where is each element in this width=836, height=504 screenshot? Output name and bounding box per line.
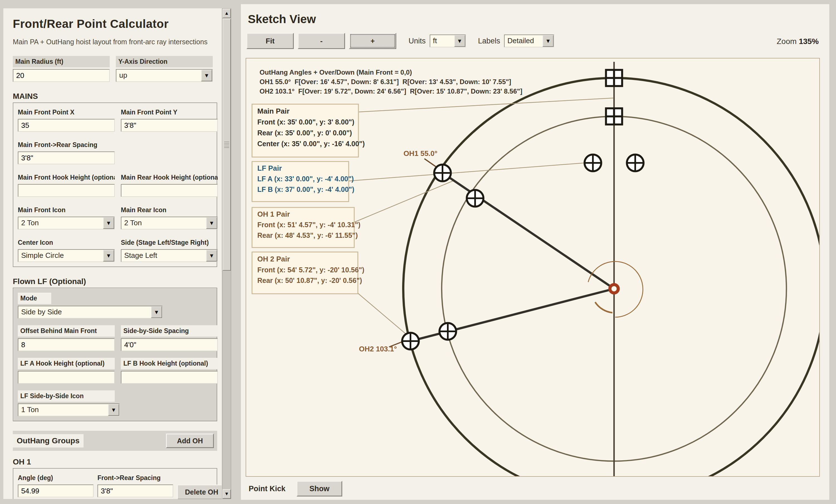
- main-rear-hook-input[interactable]: [121, 184, 218, 197]
- outhang-groups-heading: OutHang Groups: [13, 434, 83, 447]
- side-label: Side (Stage Left/Stage Right): [121, 238, 218, 248]
- oh-angle-arc-small: [595, 302, 612, 313]
- sketch-canvas[interactable]: OutHang Angles + Over/Down (Main Front =…: [246, 58, 820, 477]
- main-front-x-input[interactable]: [18, 119, 115, 132]
- lf-offset-input[interactable]: [18, 338, 115, 351]
- main-rear-icon-value: 2 Ton: [121, 217, 206, 229]
- units-select[interactable]: ft ▼: [430, 35, 466, 47]
- main-front-x-label: Main Front Point X: [18, 108, 115, 117]
- y-axis-direction-select[interactable]: up ▼: [116, 69, 213, 82]
- oh2-pair-box: OH 2 Pair Front (x: 54' 5.72", y: -20' 1…: [252, 252, 364, 294]
- oh1-rear-marker[interactable]: [467, 190, 483, 207]
- oh1-front-marker[interactable]: [434, 164, 451, 181]
- chevron-down-icon[interactable]: ▼: [103, 250, 114, 261]
- lf-sbs-spacing-label: Side-by-Side Spacing: [121, 325, 218, 337]
- chevron-down-icon[interactable]: ▼: [454, 35, 466, 47]
- lf-sbs-spacing-input[interactable]: [121, 338, 218, 351]
- mains-heading: MAINS: [13, 92, 217, 101]
- zoom-indicator-label: Zoom: [777, 37, 797, 46]
- oh2-front-marker[interactable]: [402, 333, 419, 349]
- main-front-hook-label: Main Front Hook Height (optional): [18, 173, 115, 182]
- lf-offset-label: Offset Behind Main Front: [18, 325, 115, 337]
- scroll-down-icon[interactable]: ▼: [223, 489, 231, 499]
- point-kick-show-button[interactable]: Show: [297, 481, 342, 497]
- lf-a-marker[interactable]: [585, 155, 601, 171]
- zoom-in-button[interactable]: +: [349, 33, 396, 49]
- annotation-line3: OH2 103.1° F[Over: 19' 5.72", Down: 24' …: [260, 88, 522, 95]
- left-panel-scrollbar[interactable]: ▲ ▼: [222, 8, 231, 499]
- labels-value: Detailed: [505, 35, 543, 47]
- chevron-down-icon[interactable]: ▼: [108, 404, 119, 416]
- scrollbar-thumb[interactable]: [223, 19, 231, 271]
- scroll-up-icon[interactable]: ▲: [223, 8, 231, 18]
- chevron-down-icon[interactable]: ▼: [206, 217, 217, 229]
- oh1-pair-front: Front (x: 51' 4.57", y: -4' 10.31"): [257, 221, 360, 229]
- labels-label: Labels: [478, 37, 500, 45]
- scrollbar-grip: [224, 142, 229, 148]
- annotation-line2: OH1 55.0° F[Over: 16' 4.57", Down: 8' 6.…: [260, 78, 511, 85]
- add-oh-button[interactable]: Add OH: [166, 433, 214, 448]
- chevron-down-icon[interactable]: ▼: [206, 250, 217, 261]
- lf-b-hook-input[interactable]: [121, 371, 218, 384]
- labels-select[interactable]: Detailed ▼: [504, 35, 554, 47]
- front-arc-circle: [403, 78, 819, 476]
- main-pair-front: Front (x: 35' 0.00", y: 3' 8.00"): [257, 118, 354, 126]
- units-value: ft: [430, 35, 454, 47]
- lf-pair-a: LF A (x: 33' 0.00", y: -4' 4.00"): [257, 175, 354, 183]
- chevron-down-icon[interactable]: ▼: [543, 35, 554, 47]
- main-pair-center: Center (x: 35' 0.00", y: -16' 4.00"): [257, 140, 365, 148]
- lf-b-hook-label: LF B Hook Height (optional): [121, 358, 218, 369]
- sketch-panel: Sketch View Fit - + Units ft ▼ Labels De…: [241, 4, 829, 500]
- main-front-icon-value: 2 Ton: [18, 217, 103, 229]
- flown-lf-group: Mode Side by Side ▼ Offset Behind Main F…: [13, 288, 217, 421]
- chevron-down-icon[interactable]: ▼: [201, 70, 212, 81]
- zoom-indicator-value: 135%: [799, 37, 819, 46]
- oh1-pair-title: OH 1 Pair: [257, 210, 290, 218]
- chevron-down-icon[interactable]: ▼: [103, 217, 114, 229]
- main-rear-icon-select[interactable]: 2 Ton ▼: [121, 217, 218, 229]
- sketch-view-title: Sketch View: [248, 13, 316, 26]
- oh1-angle-annotation: OH1 55.0°: [403, 149, 437, 158]
- main-rear-icon-label: Main Rear Icon: [121, 205, 218, 215]
- oh1-spacing-label: Front->Rear Spacing: [97, 473, 173, 483]
- fit-button[interactable]: Fit: [246, 33, 294, 49]
- lf-a-hook-input[interactable]: [18, 371, 115, 384]
- main-rear-marker[interactable]: [606, 108, 622, 124]
- center-icon-value: Simple Circle: [18, 250, 103, 261]
- oh1-pair-rear: Rear (x: 48' 4.53", y: -6' 11.55"): [257, 231, 358, 239]
- sketch-toolbar: Fit - + Units ft ▼ Labels Detailed ▼: [246, 33, 554, 49]
- oh1-delete-button[interactable]: Delete OH: [177, 485, 222, 499]
- zoom-out-button[interactable]: -: [298, 33, 345, 49]
- main-spacing-input[interactable]: [18, 152, 115, 164]
- main-front-icon-label: Main Front Icon: [18, 205, 115, 215]
- main-front-icon-select[interactable]: 2 Ton ▼: [18, 217, 115, 229]
- lf-mode-value: Side by Side: [18, 306, 151, 318]
- center-icon-select[interactable]: Simple Circle ▼: [18, 249, 115, 262]
- lf-b-marker[interactable]: [627, 155, 644, 171]
- oh2-pair-rear: Rear (x: 50' 10.87", y: -20' 0.56"): [257, 276, 362, 284]
- oh-rays: [411, 173, 614, 341]
- main-radius-input[interactable]: [13, 69, 110, 82]
- lf-mode-select[interactable]: Side by Side ▼: [18, 306, 163, 318]
- outhang-groups-bar: OutHang Groups Add OH: [13, 431, 217, 451]
- side-select[interactable]: Stage Left ▼: [121, 249, 218, 262]
- y-axis-direction-value: up: [116, 70, 201, 81]
- main-spacing-label: Main Front->Rear Spacing: [18, 140, 115, 150]
- units-label: Units: [408, 37, 426, 45]
- main-front-hook-input[interactable]: [18, 184, 115, 197]
- oh2-angle-annotation: OH2 103.1°: [359, 345, 397, 353]
- point-kick-row: Point Kick Show: [249, 481, 342, 497]
- main-front-y-input[interactable]: [121, 119, 218, 132]
- oh1-angle-input[interactable]: [18, 485, 94, 497]
- center-point-marker[interactable]: [610, 285, 618, 293]
- oh2-pair-title: OH 2 Pair: [257, 255, 290, 263]
- page-subtitle: Main PA + OutHang hoist layout from fron…: [13, 38, 217, 46]
- main-front-marker[interactable]: [606, 70, 622, 86]
- oh1-spacing-input[interactable]: [97, 485, 173, 497]
- lf-pair-title: LF Pair: [257, 164, 282, 172]
- lf-sbs-icon-value: 1 Ton: [18, 404, 108, 416]
- oh2-rear-marker[interactable]: [439, 323, 456, 340]
- chevron-down-icon[interactable]: ▼: [151, 306, 162, 318]
- lf-sbs-icon-select[interactable]: 1 Ton ▼: [18, 404, 120, 416]
- main-pair-box: Main Pair Front (x: 35' 0.00", y: 3' 8.0…: [252, 104, 365, 157]
